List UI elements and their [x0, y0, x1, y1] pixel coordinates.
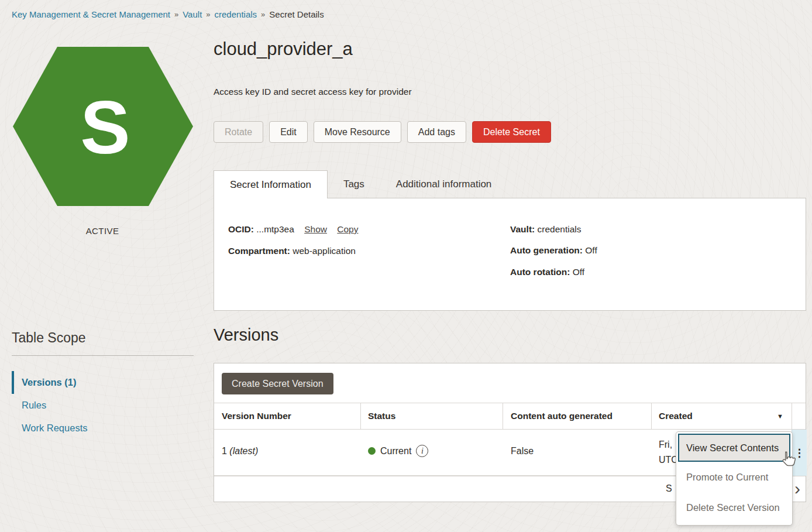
column-divider	[503, 403, 503, 430]
showing-items-text: S	[666, 483, 672, 494]
ocid-field: OCID: ...mtp3ea Show Copy	[228, 224, 358, 235]
auto-generation-value: Off	[585, 245, 597, 255]
rotate-button[interactable]: Rotate	[214, 121, 263, 143]
column-divider	[792, 403, 792, 430]
menu-item-promote-to-current[interactable]: Promote to Current	[678, 462, 790, 492]
auto-rotation-label: Auto rotation:	[510, 267, 570, 277]
show-ocid-link[interactable]: Show	[304, 224, 327, 234]
sort-desc-icon[interactable]: ▼	[777, 413, 783, 420]
created-cell: Fri, UTC	[659, 437, 678, 468]
sidebar-item-versions[interactable]: Versions (1)	[12, 371, 194, 394]
edit-button[interactable]: Edit	[269, 121, 308, 143]
auto-generation-field: Auto generation: Off	[510, 245, 597, 256]
breadcrumb-separator: »	[206, 10, 210, 19]
column-header-created[interactable]: Created	[659, 403, 693, 429]
breadcrumb-vault[interactable]: Vault	[183, 9, 202, 19]
row-actions-cell[interactable]: ⋮	[792, 430, 807, 476]
move-resource-button[interactable]: Move Resource	[314, 121, 401, 143]
ocid-label: OCID:	[228, 224, 254, 234]
action-bar: Rotate Edit Move Resource Add tags Delet…	[214, 121, 551, 143]
menu-item-view-secret-contents[interactable]: View Secret Contents	[678, 434, 790, 462]
ocid-value: ...mtp3ea	[256, 224, 294, 234]
scope-divider	[12, 355, 194, 356]
scope-nav: Versions (1) Rules Work Requests	[12, 371, 194, 440]
auto-generation-label: Auto generation:	[510, 245, 583, 255]
info-icon[interactable]: i	[416, 445, 428, 457]
create-secret-version-button[interactable]: Create Secret Version	[222, 373, 333, 394]
breadcrumb: Key Management & Secret Management » Vau…	[12, 9, 324, 19]
secret-hexagon-icon: S	[13, 47, 193, 206]
status-text: Current	[380, 446, 411, 457]
breadcrumb-credentials[interactable]: credentials	[215, 9, 257, 19]
row-context-menu: View Secret Contents Promote to Current …	[676, 431, 793, 526]
breadcrumb-separator: »	[261, 10, 265, 19]
status-badge: ACTIVE	[12, 226, 193, 236]
add-tags-button[interactable]: Add tags	[407, 121, 466, 143]
column-divider	[360, 403, 361, 430]
sidebar-item-work-requests[interactable]: Work Requests	[12, 417, 194, 440]
content-auto-generated-cell: False	[511, 446, 534, 457]
sidebar-item-rules[interactable]: Rules	[12, 394, 194, 417]
breadcrumb-key-management[interactable]: Key Management & Secret Management	[12, 9, 170, 19]
versions-table-header: Version Number Status Content auto gener…	[214, 403, 806, 430]
page-description: Access key ID and secret access key for …	[214, 87, 412, 97]
versions-heading: Versions	[214, 325, 278, 345]
vault-field: Vault: credentials	[510, 224, 581, 235]
chevron-right-icon: ›	[794, 480, 800, 497]
auto-rotation-field: Auto rotation: Off	[510, 267, 584, 277]
table-scope-heading: Table Scope	[12, 330, 86, 346]
column-header-content-auto-generated[interactable]: Content auto generated	[511, 403, 613, 429]
svg-text:S: S	[80, 85, 130, 169]
version-number-cell: 1 (latest)	[222, 446, 258, 457]
secret-details-page: Key Management & Secret Management » Vau…	[0, 0, 812, 532]
auto-rotation-value: Off	[573, 267, 584, 277]
breadcrumb-separator: »	[174, 10, 178, 19]
page-title: cloud_provider_a	[214, 39, 353, 60]
latest-tag: (latest)	[229, 446, 258, 456]
tab-additional-information[interactable]: Additional information	[380, 170, 507, 198]
breadcrumb-current: Secret Details	[269, 9, 324, 19]
compartment-value: web-application	[293, 246, 356, 256]
vault-value: credentials	[538, 224, 582, 234]
status-cell: Current i	[368, 445, 428, 457]
tab-tags[interactable]: Tags	[328, 170, 380, 198]
column-header-status[interactable]: Status	[368, 403, 395, 429]
column-divider	[651, 403, 652, 430]
column-header-version-number[interactable]: Version Number	[222, 403, 291, 429]
tab-strip: Secret Information Tags Additional infor…	[214, 170, 507, 198]
compartment-label: Compartment:	[228, 246, 290, 256]
delete-secret-button[interactable]: Delete Secret	[472, 121, 551, 143]
overflow-menu-icon[interactable]: ⋮	[794, 447, 805, 459]
copy-ocid-link[interactable]: Copy	[337, 224, 358, 234]
menu-item-delete-secret-version[interactable]: Delete Secret Version	[678, 492, 790, 523]
tab-secret-information[interactable]: Secret Information	[214, 170, 328, 198]
vault-label: Vault:	[510, 224, 535, 234]
current-status-dot-icon	[368, 447, 376, 455]
compartment-field: Compartment: web-application	[228, 246, 356, 256]
